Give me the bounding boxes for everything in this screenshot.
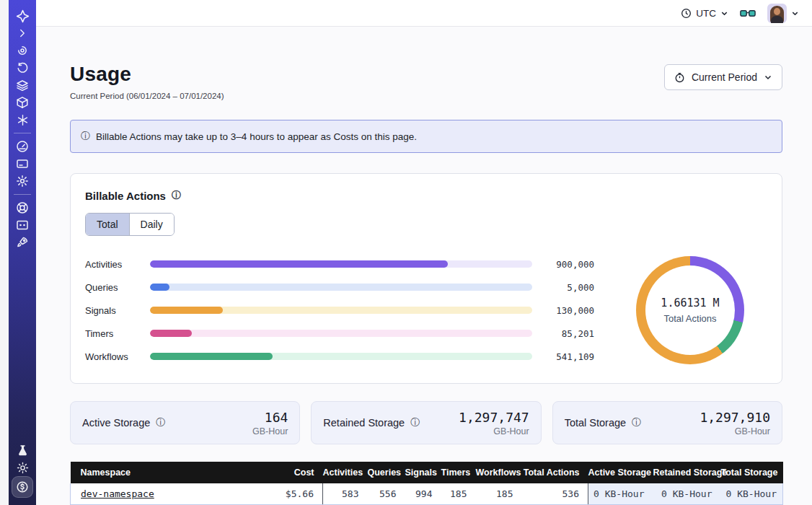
namespace-link[interactable]: dev-namespace: [81, 488, 154, 499]
page-subtitle: Current Period (06/01/2024 – 07/01/2024): [70, 92, 224, 100]
storage-summary-row: Active Storage ⓘ 164 GB-Hour Retained St…: [70, 401, 782, 444]
namespaces-icon: [16, 44, 29, 57]
bar-fill: [150, 260, 448, 268]
bar-fill: [150, 330, 192, 337]
column-header-timers: Timers: [441, 462, 476, 483]
info-icon: ⓘ: [81, 130, 90, 143]
sidebar-item-history[interactable]: [12, 59, 32, 76]
donut-total-label: Total Actions: [664, 313, 717, 324]
sidebar-item-cube[interactable]: [12, 94, 32, 111]
sidebar-item-nexus-asterisk[interactable]: [12, 111, 32, 128]
column-header-cost: Cost: [258, 462, 323, 483]
bar-value: 130,000: [542, 305, 594, 316]
rocket-icon: [16, 236, 29, 249]
cell-activities: 583: [323, 483, 368, 504]
main-content: Usage Current Period (06/01/2024 – 07/01…: [36, 27, 812, 505]
bar-row-timers: Timers85,201: [85, 328, 594, 339]
active-storage-label: Active Storage: [82, 417, 150, 429]
credit-card-icon: [16, 157, 29, 170]
retained-storage-value: 1,297,747: [459, 410, 529, 425]
sidebar-item-sun[interactable]: [12, 459, 32, 476]
info-icon[interactable]: ⓘ: [632, 416, 641, 429]
bar-fill: [150, 353, 273, 360]
stopwatch-icon: [674, 71, 685, 83]
column-header-retained-storage: Retained Storage: [653, 462, 721, 483]
user-menu[interactable]: [767, 4, 799, 23]
cell-cost: $5.66: [258, 483, 323, 504]
cell-total-actions: 536: [522, 483, 588, 504]
column-header-total-storage: Total Storage: [721, 462, 783, 483]
chevron-down-icon: [764, 73, 772, 82]
total-actions-donut-chart: 1.66131 M Total Actions: [636, 256, 744, 364]
column-header-queries: Queries: [368, 462, 405, 483]
bar-label: Signals: [85, 305, 150, 316]
sidebar-item-chevron-right[interactable]: [12, 25, 32, 42]
bar-label: Activities: [85, 259, 150, 270]
sidebar-item-flask[interactable]: [12, 442, 32, 459]
sidebar-item-layers[interactable]: [12, 76, 32, 94]
total-storage-card: Total Storage ⓘ 1,297,910 GB-Hour: [552, 401, 782, 444]
chevron-down-icon: [720, 9, 728, 17]
retained-storage-unit: GB-Hour: [459, 426, 529, 436]
bar-row-activities: Activities900,000: [85, 259, 594, 270]
info-banner-text: Billable Actions may take up to 3–4 hour…: [96, 131, 417, 142]
temporal-logo-icon: [16, 9, 30, 23]
cell-active-storage: 0 KB-Hour: [588, 483, 653, 504]
info-banner: ⓘ Billable Actions may take up to 3–4 ho…: [70, 120, 782, 153]
tab-daily[interactable]: Daily: [129, 214, 174, 235]
sidebar-item-dollar-coin[interactable]: [12, 476, 33, 498]
tab-total[interactable]: Total: [86, 214, 129, 235]
chevron-down-icon: [791, 9, 799, 17]
cell-retained-storage: 0 KB-Hour: [653, 483, 721, 504]
sidebar-item-gauge[interactable]: [12, 138, 32, 155]
donut-total-value: 1.66131 M: [661, 297, 719, 309]
sidebar-divider: [14, 194, 31, 195]
cell-workflows: 185: [476, 483, 522, 504]
topbar: UTC: [36, 0, 812, 27]
sidebar-item-lifebuoy[interactable]: [12, 199, 32, 216]
info-icon[interactable]: ⓘ: [156, 416, 165, 429]
active-storage-card: Active Storage ⓘ 164 GB-Hour: [70, 401, 300, 444]
info-icon[interactable]: ⓘ: [172, 189, 181, 202]
sidebar-item-namespaces[interactable]: [12, 42, 32, 59]
namespace-usage-table: NamespaceCostActivitiesQueriesSignalsTim…: [70, 462, 783, 505]
active-storage-unit: GB-Hour: [252, 426, 288, 436]
timezone-label: UTC: [696, 8, 716, 19]
total-storage-unit: GB-Hour: [700, 426, 770, 436]
page-title: Usage: [70, 63, 224, 86]
sidebar-item-credit-card[interactable]: [12, 155, 32, 172]
cell-total-storage: 0 KB-Hour: [721, 483, 783, 504]
lifebuoy-icon: [16, 201, 29, 214]
cell-namespace: dev-namespace: [71, 483, 258, 504]
bar-fill: [150, 307, 223, 314]
sidebar-item-temporal-logo[interactable]: [12, 7, 32, 25]
total-storage-label: Total Storage: [565, 417, 626, 429]
sidebar-item-rocket[interactable]: [12, 234, 32, 251]
sun-icon: [17, 462, 29, 474]
retained-storage-label: Retained Storage: [323, 417, 405, 429]
bar-track: [150, 330, 532, 337]
active-storage-value: 164: [252, 410, 288, 425]
column-header-signals: Signals: [405, 462, 441, 483]
sidebar-item-terminal[interactable]: [12, 216, 32, 234]
billable-actions-bar-chart: Activities900,000Queries5,000Signals130,…: [85, 259, 613, 362]
sidebar-divider: [14, 133, 31, 133]
column-header-activities: Activities: [323, 462, 368, 483]
info-icon[interactable]: ⓘ: [410, 416, 420, 429]
column-header-active-storage: Active Storage: [588, 462, 653, 483]
bar-label: Timers: [85, 328, 150, 339]
timezone-selector[interactable]: UTC: [681, 8, 728, 19]
table-header-row: NamespaceCostActivitiesQueriesSignalsTim…: [71, 462, 783, 483]
bar-label: Workflows: [85, 351, 150, 362]
bar-value: 541,109: [542, 351, 594, 362]
cell-timers: 185: [441, 483, 476, 504]
sidebar-item-gear[interactable]: [12, 172, 32, 190]
feedback-glasses-button[interactable]: [740, 8, 756, 19]
flask-icon: [17, 444, 29, 457]
nexus-asterisk-icon: [17, 114, 29, 126]
cube-icon: [16, 96, 29, 109]
bar-row-signals: Signals130,000: [85, 305, 594, 316]
total-storage-value: 1,297,910: [700, 410, 770, 425]
period-selector-button[interactable]: Current Period: [664, 64, 782, 90]
sidebar-nav: [9, 0, 36, 505]
